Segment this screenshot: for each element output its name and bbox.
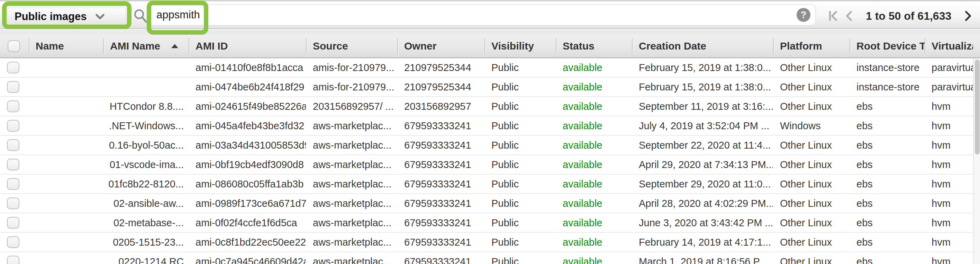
column-header-creation-date-label: Creation Date bbox=[639, 40, 706, 52]
cell-visibility: Public bbox=[484, 58, 556, 77]
image-type-filter-dropdown[interactable]: Public images bbox=[7, 8, 126, 26]
row-checkbox[interactable] bbox=[7, 62, 19, 74]
cell-ami-id: ami-01410f0e8f8b1acca bbox=[189, 58, 306, 77]
cell-virtualization: hvm bbox=[924, 155, 973, 174]
cell-visibility: Public bbox=[484, 78, 556, 96]
cell-platform: Other Linux bbox=[773, 194, 850, 213]
column-header-status[interactable]: Status bbox=[556, 35, 632, 58]
help-icon[interactable]: ? bbox=[797, 8, 810, 22]
row-checkbox-cell bbox=[0, 233, 29, 251]
column-header-root-device-type[interactable]: Root Device Type bbox=[850, 35, 924, 58]
column-header-source-label: Source bbox=[313, 40, 348, 52]
row-checkbox-cell bbox=[0, 194, 29, 213]
column-header-source[interactable]: Source bbox=[306, 35, 397, 58]
cell-platform: Other Linux bbox=[773, 136, 850, 155]
cell-source: aws-marketplac... bbox=[306, 194, 397, 213]
row-checkbox[interactable] bbox=[7, 197, 19, 209]
column-header-virtualization[interactable]: Virtualization bbox=[924, 35, 973, 58]
row-checkbox[interactable] bbox=[7, 159, 19, 170]
table-row[interactable]: 02-metabase-... ami-0f02f4ccfe1f6d5ca aw… bbox=[0, 213, 973, 233]
table-row[interactable]: ami-0474be6b24f418f29 amis-for-210979...… bbox=[0, 78, 973, 97]
cell-status: available bbox=[556, 155, 632, 174]
cell-creation-date: February 15, 2019 at 1:38:0... bbox=[632, 78, 773, 96]
row-checkbox-cell bbox=[0, 136, 29, 155]
search-input[interactable] bbox=[156, 5, 745, 25]
column-header-ami-name-label: AMI Name bbox=[110, 40, 160, 52]
column-header-owner-label: Owner bbox=[404, 40, 436, 52]
column-header-owner[interactable]: Owner bbox=[397, 35, 484, 58]
cell-owner: 679593333241 bbox=[397, 136, 484, 155]
column-header-name-label: Name bbox=[36, 40, 64, 52]
cell-visibility: Public bbox=[484, 213, 556, 232]
column-header-ami-id-label: AMI ID bbox=[196, 40, 228, 52]
last-page-button[interactable] bbox=[975, 9, 980, 23]
cell-status: available bbox=[556, 78, 632, 96]
cell-visibility: Public bbox=[484, 174, 556, 193]
table-row[interactable]: 01fc8b22-8120... ami-086080c05ffa1ab3b a… bbox=[0, 174, 973, 194]
cell-ami-name: 0205-1515-23... bbox=[103, 233, 189, 251]
row-checkbox[interactable] bbox=[7, 236, 19, 248]
vertical-scrollbar-thumb[interactable] bbox=[975, 59, 980, 155]
cell-root-device-type: ebs bbox=[850, 174, 924, 193]
cell-status: available bbox=[556, 97, 632, 116]
row-checkbox[interactable] bbox=[7, 101, 19, 112]
row-checkbox[interactable] bbox=[7, 81, 19, 93]
column-header-ami-name[interactable]: AMI Name bbox=[103, 35, 189, 58]
column-header-visibility[interactable]: Visibility bbox=[484, 35, 556, 58]
cell-name bbox=[29, 213, 103, 232]
row-checkbox[interactable] bbox=[7, 217, 19, 229]
cell-creation-date: July 4, 2019 at 3:52:04 PM ... bbox=[632, 117, 773, 135]
cell-owner: 679593333241 bbox=[397, 213, 484, 232]
column-header-platform[interactable]: Platform bbox=[773, 35, 850, 58]
cell-source: aws-marketplac... bbox=[306, 252, 397, 264]
cell-visibility: Public bbox=[484, 136, 556, 155]
cell-owner: 679593333241 bbox=[397, 194, 484, 213]
toolbar: Public images ? bbox=[0, 0, 980, 29]
cell-virtualization: hvm bbox=[924, 233, 973, 251]
search-icon bbox=[134, 9, 147, 25]
cell-virtualization: hvm bbox=[924, 117, 973, 135]
cell-platform: Other Linux bbox=[773, 155, 850, 174]
table-row[interactable]: 01-vscode-ima... ami-0bf19cb4edf3090d8 a… bbox=[0, 155, 973, 174]
cell-owner: 679593333241 bbox=[397, 155, 484, 174]
column-header-virtualization-label: Virtualization bbox=[932, 40, 973, 52]
table-row[interactable]: 0.16-byol-50ac... ami-03a34d431005853d9 … bbox=[0, 136, 973, 155]
table-row[interactable]: .NET-Windows... ami-045a4feb43be3fd32 aw… bbox=[0, 117, 973, 136]
table-row[interactable]: 02-ansible-aw... ami-0989f173ce6a671d7 a… bbox=[0, 194, 973, 213]
cell-owner: 679593333241 bbox=[397, 252, 484, 264]
cell-ami-name: .NET-Windows... bbox=[103, 117, 189, 135]
next-page-button[interactable] bbox=[959, 9, 975, 23]
table-row[interactable]: 0205-1515-23... ami-0c8f1bd22ec50ee22 aw… bbox=[0, 233, 973, 252]
vertical-scrollbar-track[interactable] bbox=[973, 58, 980, 264]
row-checkbox-cell bbox=[0, 252, 29, 264]
row-checkbox[interactable] bbox=[7, 178, 19, 190]
row-checkbox[interactable] bbox=[7, 120, 19, 132]
cell-creation-date: February 15, 2019 at 1:38:0... bbox=[632, 58, 773, 77]
cell-virtualization: hvm bbox=[924, 194, 973, 213]
image-type-filter-label: Public images bbox=[8, 10, 86, 23]
prev-page-button[interactable] bbox=[842, 9, 858, 23]
row-checkbox-cell bbox=[0, 174, 29, 193]
row-checkbox[interactable] bbox=[7, 256, 19, 264]
table-row[interactable]: 0220-1214 RC ami-0c7a945c46609d42a aws-m… bbox=[0, 252, 973, 264]
table-row[interactable]: HTCondor 8.8.... ami-024615f49be85226a 2… bbox=[0, 97, 973, 117]
cell-platform: Other Linux bbox=[773, 233, 850, 251]
table-row[interactable]: ami-01410f0e8f8b1acca amis-for-210979...… bbox=[0, 58, 973, 78]
cell-creation-date: February 14, 2019 at 4:17:1... bbox=[632, 233, 773, 251]
pagination-range-label: 1 to 50 of 61,633 bbox=[866, 10, 951, 22]
column-header-ami-id[interactable]: AMI ID bbox=[189, 35, 306, 58]
cell-platform: Other Linux bbox=[773, 174, 850, 193]
row-checkbox[interactable] bbox=[7, 139, 19, 151]
first-page-button[interactable] bbox=[826, 9, 842, 23]
column-header-creation-date[interactable]: Creation Date bbox=[632, 35, 773, 58]
cell-ami-name bbox=[103, 78, 189, 96]
cell-creation-date: June 3, 2020 at 3:43:42 PM ... bbox=[632, 213, 773, 232]
cell-virtualization: hvm bbox=[924, 97, 973, 116]
cell-root-device-type: instance-store bbox=[850, 58, 924, 77]
chevron-down-icon bbox=[95, 13, 105, 20]
column-header-name[interactable]: Name bbox=[29, 35, 103, 58]
select-all-checkbox[interactable] bbox=[8, 40, 20, 52]
cell-source: aws-marketplac... bbox=[306, 213, 397, 232]
table-header: Name AMI Name AMI ID Source Owner Visibi… bbox=[0, 35, 980, 58]
cell-ami-id: ami-024615f49be85226a bbox=[189, 97, 306, 116]
